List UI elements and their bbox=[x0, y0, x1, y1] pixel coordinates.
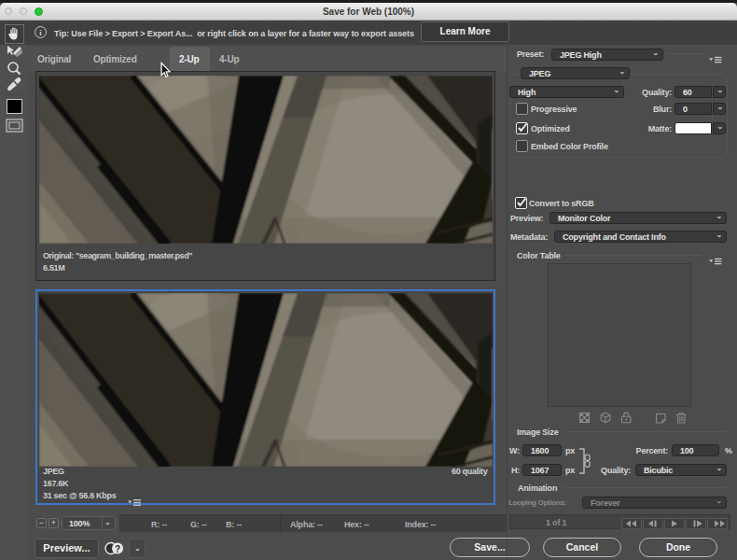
svg-text:?: ? bbox=[115, 544, 120, 554]
